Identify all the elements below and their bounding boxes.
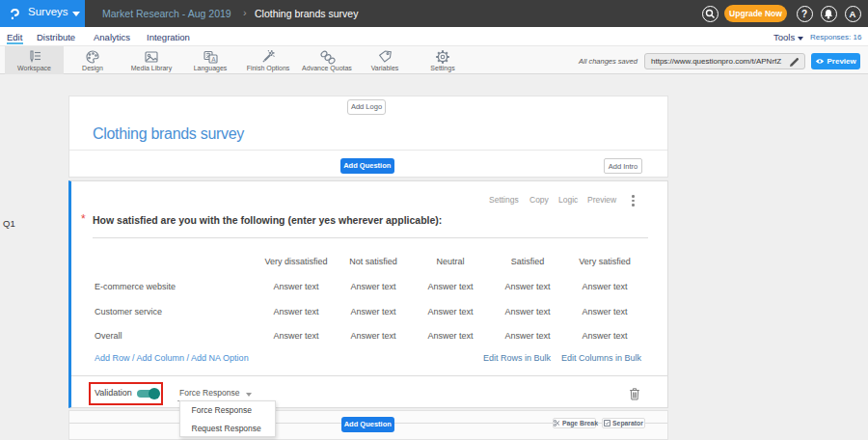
svg-text:A: A [211,56,216,63]
